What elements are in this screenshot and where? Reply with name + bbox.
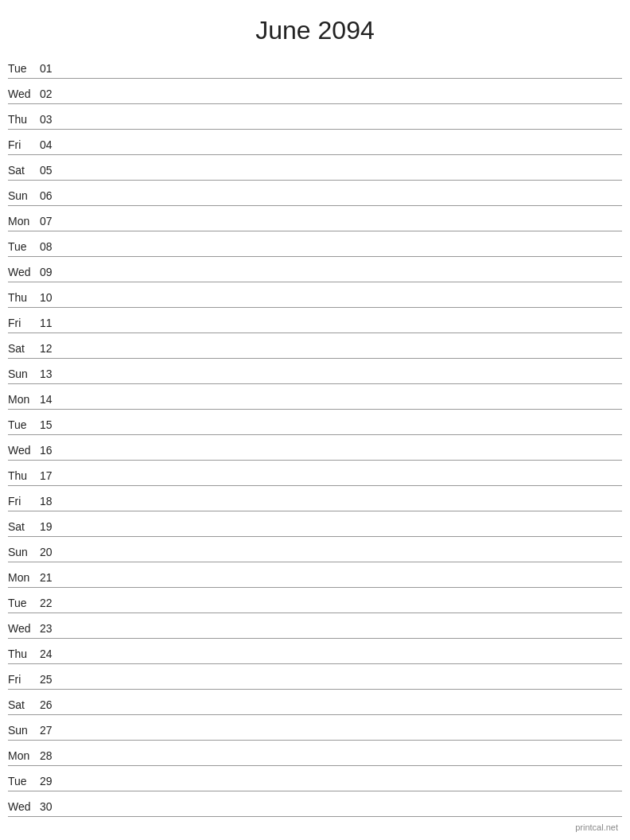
day-row: Tue15 — [8, 410, 622, 435]
day-row: Tue22 — [8, 588, 622, 613]
day-name: Mon — [8, 571, 40, 585]
day-name: Sat — [8, 342, 40, 356]
day-name: Sun — [8, 724, 40, 738]
day-number: 17 — [40, 469, 62, 484]
day-row: Sat05 — [8, 155, 622, 181]
day-number: 18 — [40, 495, 62, 509]
day-row: Sat12 — [8, 333, 622, 359]
day-number: 19 — [40, 520, 62, 535]
day-row: Thu10 — [8, 282, 622, 308]
day-number: 15 — [40, 418, 62, 433]
day-row: Thu24 — [8, 639, 622, 664]
day-name: Wed — [8, 88, 40, 102]
day-row: Sun06 — [8, 181, 622, 206]
day-name: Sat — [8, 698, 40, 713]
day-number: 13 — [40, 368, 62, 382]
day-name: Sun — [8, 368, 40, 382]
day-row: Fri18 — [8, 486, 622, 511]
day-row: Thu03 — [8, 104, 622, 130]
day-name: Thu — [8, 469, 40, 484]
day-name: Tue — [8, 597, 40, 611]
day-row: Mon21 — [8, 562, 622, 588]
day-name: Mon — [8, 749, 40, 764]
day-row: Tue01 — [8, 53, 622, 79]
day-row: Wed30 — [8, 791, 622, 817]
day-row: Mon07 — [8, 206, 622, 231]
day-number: 22 — [40, 597, 62, 611]
day-name: Fri — [8, 495, 40, 509]
day-name: Fri — [8, 317, 40, 331]
day-number: 06 — [40, 189, 62, 204]
day-name: Wed — [8, 622, 40, 636]
day-row: Sun27 — [8, 715, 622, 741]
day-name: Tue — [8, 240, 40, 255]
day-row: Fri25 — [8, 664, 622, 690]
day-row: Tue08 — [8, 231, 622, 257]
day-number: 25 — [40, 673, 62, 687]
day-name: Wed — [8, 444, 40, 458]
page-title: June 2094 — [0, 0, 630, 53]
day-number: 30 — [40, 800, 62, 815]
day-name: Mon — [8, 393, 40, 407]
day-number: 02 — [40, 88, 62, 102]
day-row: Wed16 — [8, 435, 622, 461]
day-name: Sat — [8, 164, 40, 178]
day-number: 28 — [40, 749, 62, 764]
footer-text: printcal.net — [575, 822, 618, 832]
day-row: Wed09 — [8, 257, 622, 282]
day-row: Sat19 — [8, 511, 622, 537]
day-number: 11 — [40, 317, 62, 331]
day-row: Wed23 — [8, 613, 622, 639]
day-number: 01 — [40, 62, 62, 76]
day-name: Thu — [8, 291, 40, 305]
day-row: Fri04 — [8, 130, 622, 155]
day-number: 08 — [40, 240, 62, 255]
calendar-grid: Tue01Wed02Thu03Fri04Sat05Sun06Mon07Tue08… — [0, 53, 630, 817]
day-row: Mon14 — [8, 384, 622, 410]
day-row: Sun20 — [8, 537, 622, 562]
day-number: 16 — [40, 444, 62, 458]
day-number: 10 — [40, 291, 62, 305]
day-number: 21 — [40, 571, 62, 585]
day-name: Fri — [8, 673, 40, 687]
day-name: Wed — [8, 266, 40, 280]
day-number: 29 — [40, 775, 62, 789]
day-number: 12 — [40, 342, 62, 356]
day-number: 24 — [40, 648, 62, 662]
day-row: Tue29 — [8, 766, 622, 791]
day-name: Wed — [8, 800, 40, 815]
day-number: 23 — [40, 622, 62, 636]
day-row: Wed02 — [8, 79, 622, 104]
day-row: Sun13 — [8, 359, 622, 384]
day-name: Thu — [8, 113, 40, 127]
day-name: Mon — [8, 215, 40, 229]
day-row: Mon28 — [8, 741, 622, 766]
day-number: 27 — [40, 724, 62, 738]
day-name: Fri — [8, 138, 40, 153]
day-number: 26 — [40, 698, 62, 713]
day-number: 14 — [40, 393, 62, 407]
day-number: 07 — [40, 215, 62, 229]
day-row: Fri11 — [8, 308, 622, 333]
day-number: 05 — [40, 164, 62, 178]
day-row: Thu17 — [8, 461, 622, 486]
day-name: Tue — [8, 62, 40, 76]
day-name: Sun — [8, 189, 40, 204]
day-name: Tue — [8, 775, 40, 789]
day-number: 20 — [40, 546, 62, 560]
day-number: 09 — [40, 266, 62, 280]
day-name: Sun — [8, 546, 40, 560]
day-name: Thu — [8, 648, 40, 662]
day-number: 04 — [40, 138, 62, 153]
day-row: Sat26 — [8, 690, 622, 715]
day-name: Tue — [8, 418, 40, 433]
day-name: Sat — [8, 520, 40, 535]
day-number: 03 — [40, 113, 62, 127]
